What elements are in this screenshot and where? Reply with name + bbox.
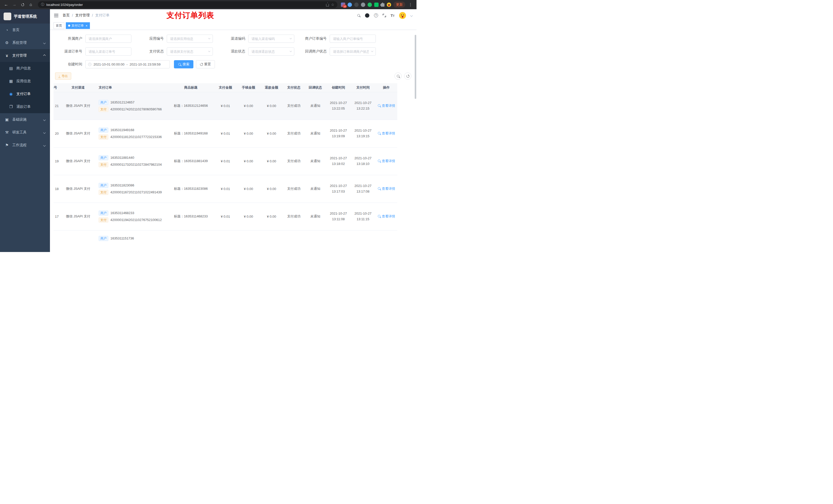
view-detail-label: 查看详情 [382, 214, 395, 219]
sidebar-item-devtools[interactable]: ⚒研发工具 [0, 126, 50, 139]
select-input[interactable] [248, 34, 294, 43]
cell-fee: ¥ 0.00 [237, 120, 260, 147]
view-detail-link[interactable]: 查看详情 [378, 159, 395, 163]
merchant-order-no: 1635312124657 [111, 100, 135, 104]
submenu-pay: ▤商户信息▦应用信息◉支付订单❐退款订单 [0, 62, 50, 113]
extension-icon[interactable]: 10 [341, 3, 345, 7]
url-text: localhost:1024/pay/order [46, 3, 83, 7]
view-detail-link[interactable]: 查看详情 [378, 131, 395, 136]
merchant-tag: 商户 [99, 100, 109, 105]
sidebar-item-pay-order[interactable]: ◉支付订单 [0, 88, 50, 100]
select-input[interactable] [167, 34, 213, 43]
cell-notify-status: 未通知 [305, 202, 326, 230]
view-detail-link[interactable]: 查看详情 [378, 103, 395, 108]
clock-icon [88, 63, 91, 66]
table-toolbar: ↓ 导出 [55, 72, 411, 80]
help-icon[interactable]: ? [374, 13, 378, 18]
sidebar-item-app-info[interactable]: ▦应用信息 [0, 75, 50, 88]
sidebar-item-refund-order[interactable]: ❐退款订单 [0, 100, 50, 113]
tab-0[interactable]: 首页 [53, 22, 64, 29]
extension-icon[interactable] [367, 3, 372, 7]
filter-input[interactable] [85, 34, 132, 43]
home-button[interactable]: ⌂ [27, 1, 34, 8]
refresh-list-button[interactable] [404, 72, 411, 80]
select-input[interactable] [167, 47, 213, 55]
select-input[interactable] [248, 47, 294, 55]
reset-button[interactable]: 重置 [196, 60, 215, 68]
order-line: 支付4200001174202110278060590766 [99, 107, 167, 112]
menu-kebab-icon[interactable]: ⋮ [407, 2, 413, 7]
font-size-icon[interactable]: TT [390, 14, 395, 18]
navbar: 首页/支付管理/支付订单 支付订单列表 ? TT [50, 9, 416, 22]
filter-select[interactable] [330, 47, 376, 55]
table-header-row: 编号支付渠道支付订单商品标题支付金额手续金额退款金额支付状态回调状态创建时间支付… [53, 83, 397, 92]
sidebar-item-pay[interactable]: ¥支付管理 [0, 49, 50, 62]
update-button[interactable]: 更新 [394, 2, 405, 8]
fullscreen-icon[interactable] [383, 14, 386, 17]
forward-button[interactable]: → [11, 1, 18, 8]
merchant-order-no: 1635311151736 [111, 236, 134, 240]
share-icon[interactable] [326, 4, 329, 6]
sidebar-item-workflow[interactable]: ⚑工作流程 [0, 139, 50, 152]
sidebar-toggle-icon[interactable] [54, 14, 58, 17]
scrollbar[interactable] [415, 20, 416, 252]
search-button[interactable]: 搜索 [174, 60, 193, 68]
filter-select[interactable] [167, 34, 213, 43]
filter-select[interactable] [167, 47, 213, 55]
view-detail-label: 查看详情 [382, 187, 395, 191]
extension-icon[interactable] [348, 3, 352, 7]
filter-input[interactable] [330, 34, 376, 43]
logo-avatar [4, 13, 11, 20]
cell: 商户1635311151736 [96, 230, 168, 252]
search-icon[interactable] [357, 14, 360, 17]
export-button[interactable]: ↓ 导出 [55, 72, 71, 80]
filter-input[interactable] [85, 47, 132, 55]
scrollbar-thumb[interactable] [415, 35, 416, 99]
date-range-picker[interactable]: 2021-10-01 00:00:00 - 2021-10-31 23:59:5… [85, 60, 170, 68]
search-icon [378, 131, 381, 135]
extension-icon[interactable] [354, 3, 359, 7]
sidebar-item-label: 支付订单 [16, 92, 31, 96]
cell-notify-status: 未通知 [305, 147, 326, 175]
app-title: 芋道管理系统 [14, 14, 37, 19]
text-input[interactable] [85, 34, 132, 43]
filter-select[interactable] [248, 47, 294, 55]
reload-button[interactable] [19, 1, 26, 8]
cell-order: 商户1635311881440支付42000011732021102728479… [96, 147, 168, 175]
order-line: 商户1635311468233 [99, 211, 167, 216]
column-header: 支付状态 [283, 83, 305, 92]
profile-avatar[interactable] [387, 3, 391, 7]
sidebar-item-infra[interactable]: ▣基础设施 [0, 113, 50, 126]
cell-create-time: 2021-10-27 13:11:08 [326, 202, 351, 230]
tab-1[interactable]: 支付订单× [66, 22, 90, 29]
select-input[interactable] [330, 47, 376, 55]
sidebar-item-home[interactable]: ◔首页 [0, 24, 50, 37]
user-avatar[interactable] [399, 12, 406, 19]
sidebar-item-system[interactable]: ⚙系统管理 [0, 37, 50, 49]
extension-icon[interactable] [374, 3, 379, 7]
view-detail-link[interactable]: 查看详情 [378, 214, 395, 219]
text-input[interactable] [330, 34, 376, 43]
filter-select[interactable] [248, 34, 294, 43]
extensions-puzzle-icon[interactable] [381, 3, 384, 7]
close-icon[interactable]: × [86, 24, 88, 28]
chevron-down-icon[interactable] [410, 14, 413, 17]
url-bar[interactable]: ⓘ localhost:1024/pay/order ☆ [38, 1, 337, 8]
extension-icon[interactable] [361, 3, 365, 7]
bookmark-star-icon[interactable]: ☆ [331, 3, 334, 7]
sidebar-item-label: 商户信息 [16, 66, 31, 71]
cell [351, 230, 375, 252]
show-search-button[interactable] [395, 72, 402, 80]
cell-order: 商户1635312124657支付42000011742021102780605… [96, 92, 168, 120]
sidebar-item-merchant-info[interactable]: ▤商户信息 [0, 62, 50, 75]
text-input[interactable] [85, 47, 132, 55]
breadcrumb-item[interactable]: 首页 [63, 13, 70, 18]
info-icon[interactable]: ⓘ [41, 2, 44, 7]
sidebar-item-label: 退款订单 [16, 104, 31, 109]
github-icon[interactable] [365, 13, 370, 18]
view-detail-link[interactable]: 查看详情 [378, 187, 395, 191]
pay-tag: 支付 [99, 107, 109, 112]
merchant-tag: 商户 [99, 236, 109, 241]
breadcrumb-item[interactable]: 支付管理 [75, 13, 90, 18]
back-button[interactable]: ← [3, 1, 10, 8]
